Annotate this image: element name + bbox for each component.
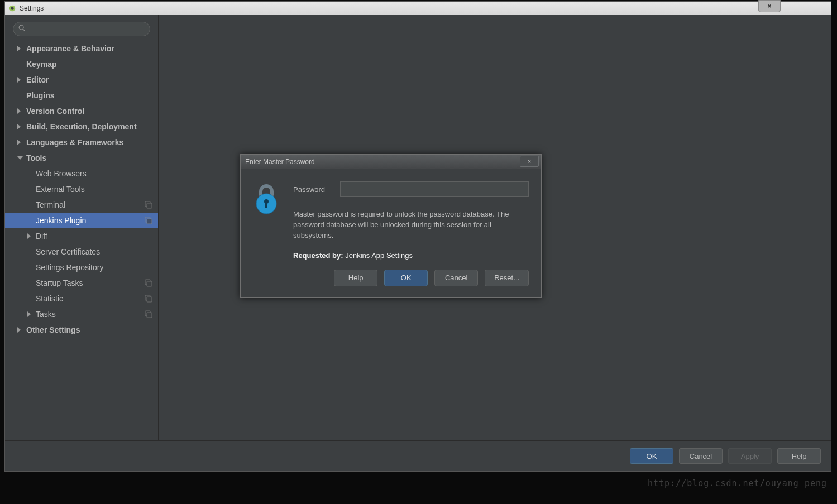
dialog-reset-button[interactable]: Reset... [485,270,529,286]
dialog-titlebar[interactable]: Enter Master Password × [241,155,541,169]
lock-icon [253,181,286,218]
close-icon: × [528,158,531,165]
master-password-dialog: Enter Master Password × [240,154,542,298]
dialog-footer: Help OK Cancel Reset... [241,270,541,297]
dialog-cancel-button[interactable]: Cancel [434,270,478,286]
dialog-help-button[interactable]: Help [334,270,377,286]
requested-by: Requested by: Jenkins App Settings [293,251,529,260]
dialog-title-text: Enter Master Password [245,158,315,166]
svg-rect-17 [265,203,267,208]
dialog-message: Master password is required to unlock th… [293,209,529,241]
modal-overlay: Enter Master Password × [0,0,837,504]
password-label: Password [293,185,340,194]
password-input[interactable] [340,181,529,197]
dialog-ok-button[interactable]: OK [384,270,428,286]
dialog-body: Password Master password is required to … [241,169,541,270]
dialog-close-button[interactable]: × [520,156,539,167]
